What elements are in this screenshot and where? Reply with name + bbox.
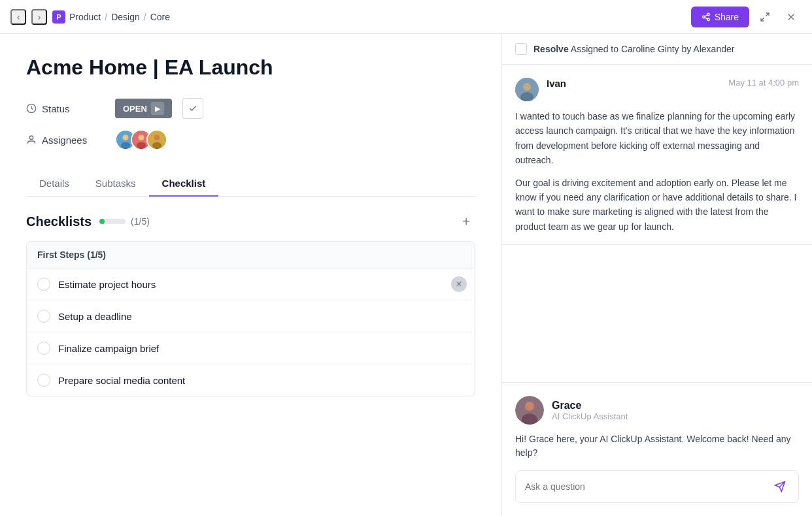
breadcrumb-sep-1: /: [105, 12, 107, 22]
svg-point-19: [152, 142, 161, 150]
ai-send-button[interactable]: [771, 477, 789, 496]
ai-header: Grace AI ClickUp Assistant: [515, 396, 799, 425]
checklists-title-row: Checklists (1/5): [26, 214, 150, 229]
checklist-group: First Steps (1/5) Estimate project hours…: [26, 241, 475, 396]
add-checklist-button[interactable]: +: [457, 212, 475, 231]
send-icon: [774, 481, 786, 492]
resolve-text: Resolve Assigned to Caroline Ginty by Al…: [533, 44, 734, 54]
fullscreen-button[interactable]: [754, 7, 775, 27]
svg-point-0: [707, 13, 709, 16]
comment-body: I wanted to touch base as we finalize pl…: [515, 109, 799, 234]
checklists-header: Checklists (1/5) +: [26, 212, 475, 231]
item-close-0[interactable]: ✕: [451, 276, 467, 292]
checklist-item-1: Setup a deadline: [27, 300, 475, 332]
svg-point-15: [139, 135, 144, 141]
item-text-1: Setup a deadline: [58, 311, 132, 322]
status-arrow: ▶: [151, 102, 164, 115]
item-circle-1[interactable]: [37, 310, 50, 323]
task-meta: Status OPEN ▶ Assignees: [26, 98, 475, 150]
assignees-row: Assignees: [26, 129, 475, 150]
nav-back-button[interactable]: ‹: [10, 9, 26, 25]
item-circle-0[interactable]: [37, 278, 50, 291]
topbar-left: ‹ › P Product / Design / Core: [10, 9, 170, 25]
assignees-label: Assignees: [26, 135, 105, 146]
ai-title: AI ClickUp Assistant: [552, 411, 628, 421]
svg-point-24: [525, 402, 534, 411]
comment-block: Ivan May 11 at 4:00 pm I wanted to touch…: [502, 65, 812, 245]
group-name: First Steps: [37, 250, 84, 260]
ivan-avatar-image: [515, 78, 539, 101]
svg-point-21: [523, 83, 531, 91]
topbar-right: Share: [691, 7, 802, 27]
resolve-bar: Resolve Assigned to Caroline Ginty by Al…: [502, 34, 812, 65]
share-button[interactable]: Share: [691, 7, 749, 27]
breadcrumb-icon: P: [52, 10, 65, 24]
item-text-2: Finalize campaign brief: [58, 343, 159, 354]
assignees-icon: [26, 135, 37, 145]
resolve-checkbox[interactable]: [515, 43, 527, 55]
ai-message: Hi! Grace here, your AI ClickUp Assistan…: [515, 432, 799, 460]
progress-text: (1/5): [131, 216, 150, 227]
svg-point-1: [702, 16, 705, 18]
checklist-item-3: Prepare social media content: [27, 364, 475, 396]
progress-bar-wrap: (1/5): [99, 216, 150, 227]
svg-point-10: [29, 136, 33, 139]
ai-name: Grace: [552, 400, 628, 411]
status-badge[interactable]: OPEN ▶: [115, 99, 172, 118]
ai-question-input[interactable]: [525, 481, 766, 492]
status-row: Status OPEN ▶: [26, 98, 475, 119]
left-panel: Acme Home | EA Launch Status OPEN ▶: [0, 34, 501, 516]
ai-avatar: [515, 396, 544, 425]
svg-point-16: [137, 142, 146, 150]
right-panel: Resolve Assigned to Caroline Ginty by Al…: [501, 34, 812, 516]
breadcrumb: P Product / Design / Core: [52, 10, 170, 24]
fullscreen-icon: [760, 12, 770, 22]
checkmark-icon: [188, 104, 197, 113]
comment-time: May 11 at 4:00 pm: [728, 78, 799, 88]
assignees-list[interactable]: [115, 129, 167, 150]
ai-identity: Grace AI ClickUp Assistant: [552, 400, 628, 421]
resolve-label: Resolve: [533, 44, 569, 54]
comment-header: Ivan May 11 at 4:00 pm: [515, 78, 799, 101]
group-progress: (1/5): [87, 250, 106, 260]
avatar-3[interactable]: [146, 129, 167, 150]
comment-body-1: I wanted to touch base as we finalize pl…: [515, 109, 799, 168]
breadcrumb-core[interactable]: Core: [150, 12, 170, 22]
avatar-3-image: [148, 131, 166, 149]
topbar: ‹ › P Product / Design / Core Share: [0, 0, 812, 34]
progress-fill: [99, 219, 105, 224]
tab-subtasks[interactable]: Subtasks: [82, 171, 149, 197]
item-text-0: Estimate project hours: [58, 279, 156, 290]
comment-author: Ivan: [547, 78, 566, 89]
checklist-item-2: Finalize campaign brief: [27, 332, 475, 364]
ai-input-row: [515, 470, 799, 503]
svg-point-12: [123, 135, 129, 141]
svg-point-13: [121, 142, 130, 150]
comment-body-2: Our goal is driving excitement and adopt…: [515, 176, 799, 234]
close-icon: [786, 12, 796, 22]
resolve-assigned-detail: Assigned to Caroline Ginty by Alexander: [571, 44, 735, 54]
checklist-item-0: Estimate project hours ✕: [27, 268, 475, 300]
svg-point-18: [154, 135, 160, 141]
tab-checklist[interactable]: Checklist: [149, 171, 219, 197]
close-button[interactable]: [781, 7, 802, 27]
status-label: Status: [26, 103, 105, 114]
checklists-title: Checklists: [26, 214, 92, 229]
breadcrumb-sep-2: /: [144, 12, 146, 22]
breadcrumb-design[interactable]: Design: [111, 12, 140, 22]
status-check-button[interactable]: [182, 98, 203, 119]
task-title: Acme Home | EA Launch: [26, 55, 475, 80]
comment-section: Resolve Assigned to Caroline Ginty by Al…: [502, 34, 812, 382]
item-circle-3[interactable]: [37, 374, 50, 387]
tabs: Details Subtasks Checklist: [26, 171, 475, 197]
comment-meta: Ivan May 11 at 4:00 pm: [547, 78, 799, 89]
svg-point-2: [707, 18, 709, 21]
ai-section: Grace AI ClickUp Assistant Hi! Grace her…: [502, 382, 812, 516]
status-icon: [26, 103, 37, 114]
checklist-group-header: First Steps (1/5): [27, 242, 475, 268]
nav-forward-button[interactable]: ›: [31, 9, 47, 25]
item-circle-2[interactable]: [37, 342, 50, 355]
tab-details[interactable]: Details: [26, 171, 82, 197]
breadcrumb-product[interactable]: Product: [69, 12, 101, 22]
main-content: Acme Home | EA Launch Status OPEN ▶: [0, 34, 812, 516]
